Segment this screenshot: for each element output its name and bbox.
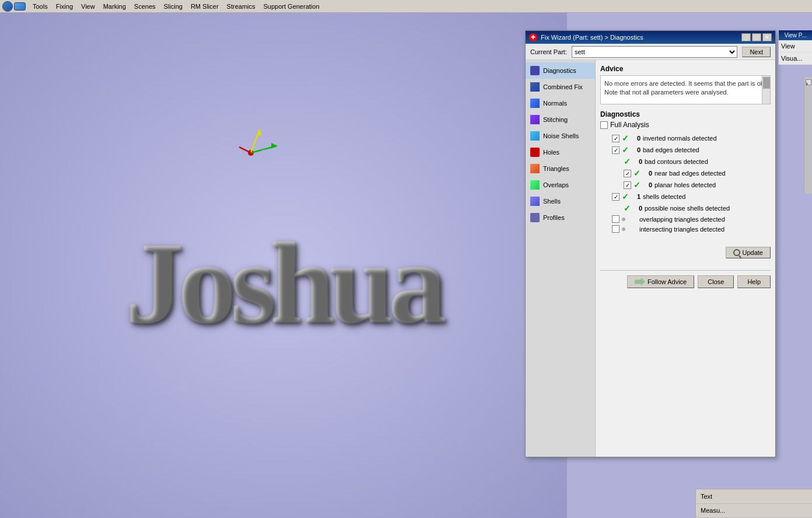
status-text[interactable]: Text: [696, 489, 812, 504]
sidebar-label-triangles: Triangles: [543, 165, 569, 172]
fix-wizard-icon: ✚: [529, 33, 537, 41]
count-planar-holes: 0: [643, 181, 652, 188]
fix-wizard-titlebar: ✚ Fix Wizard (Part: sett) > Diagnostics …: [526, 31, 775, 44]
status-measure[interactable]: Measu...: [696, 504, 812, 519]
menu-rm-slicer[interactable]: RM Slicer: [187, 1, 222, 12]
combined-icon: [530, 82, 540, 92]
dot-overlapping: [622, 218, 625, 221]
viewport: Joshua ✚ Fix Wizard (Part: sett) > Diagn…: [0, 13, 812, 518]
close-button[interactable]: ✕: [762, 33, 772, 41]
sidebar-label-noise: Noise Shells: [543, 132, 579, 139]
cb-bad-edges[interactable]: [612, 146, 620, 154]
fix-wizard-title: Fix Wizard (Part: sett) > Diagnostics: [541, 34, 740, 41]
count-shells: 1: [631, 193, 640, 200]
label-noise-shells: possible noise shells detected: [645, 205, 730, 212]
full-analysis-checkbox[interactable]: [600, 121, 608, 129]
sidebar-item-diagnostics[interactable]: Diagnostics: [526, 62, 595, 79]
update-label: Update: [743, 249, 763, 256]
minimize-button[interactable]: _: [741, 33, 751, 41]
check-inverted-normals: ✓: [622, 134, 629, 143]
menu-slicing[interactable]: Slicing: [160, 1, 186, 12]
view-panel-item-visual[interactable]: Visua...: [779, 52, 812, 65]
check-bad-edges: ✓: [622, 145, 629, 155]
cb-shells[interactable]: [612, 193, 620, 201]
sidebar-label-holes: Holes: [543, 149, 559, 156]
menu-marking[interactable]: Marking: [100, 1, 130, 12]
sidebar-item-normals[interactable]: Normals: [526, 95, 595, 111]
sidebar-item-holes[interactable]: Holes: [526, 144, 595, 160]
view-panel-title: View P...: [779, 30, 812, 40]
scroll-arrow: ›: [806, 79, 811, 85]
menu-tools[interactable]: Tools: [29, 1, 51, 12]
normals-icon: [530, 99, 540, 108]
sidebar-label-diagnostics: Diagnostics: [543, 67, 576, 74]
diagnostics-icon: [530, 66, 540, 75]
sidebar-item-profiles[interactable]: Profiles: [526, 209, 595, 226]
status-bar: Text Measu...: [695, 489, 812, 518]
diag-row-noise-shells: ✓ 0 possible noise shells detected: [600, 202, 771, 214]
sidebar-item-shells[interactable]: Shells: [526, 193, 595, 209]
sidebar-label-normals: Normals: [543, 100, 567, 107]
close-button-footer[interactable]: Close: [698, 275, 734, 288]
toolbar: Tools Fixing View Marking Scenes Slicing…: [0, 0, 812, 13]
menu-support-gen[interactable]: Support Generation: [260, 1, 323, 12]
sidebar-item-combined[interactable]: Combined Fix: [526, 79, 595, 95]
follow-advice-arrow-icon: [635, 278, 645, 286]
follow-advice-button[interactable]: Follow Advice: [627, 275, 694, 288]
cb-near-bad-edges[interactable]: [624, 170, 631, 177]
help-button[interactable]: Help: [737, 275, 771, 288]
menu-view[interactable]: View: [78, 1, 99, 12]
update-button[interactable]: Update: [726, 247, 771, 258]
count-noise-shells: 0: [633, 205, 642, 212]
joshua-3d-text: Joshua: [126, 216, 441, 350]
follow-advice-label: Follow Advice: [648, 278, 687, 285]
label-shells: shells detected: [643, 193, 685, 200]
toolbar-icons: [2, 1, 26, 12]
check-planar-holes: ✓: [634, 180, 640, 190]
cb-intersecting[interactable]: [612, 225, 620, 233]
sidebar-item-overlaps[interactable]: Overlaps: [526, 177, 595, 193]
sidebar-item-stitching[interactable]: Stitching: [526, 111, 595, 128]
view-panel: View P... View Visua... ›: [778, 30, 812, 65]
side-scroll[interactable]: ›: [804, 77, 812, 194]
label-near-bad-edges: near bad edges detected: [654, 170, 726, 177]
dot-intersecting: [622, 228, 625, 231]
check-noise-shells: ✓: [624, 204, 631, 213]
count-bad-edges: 0: [631, 146, 640, 153]
advice-scrollbar[interactable]: [762, 76, 770, 104]
diag-row-bad-edges: ✓ 0 bad edges detected: [600, 144, 771, 156]
scrollbar-thumb: [763, 77, 770, 89]
sidebar-label-overlaps: Overlaps: [543, 181, 569, 188]
restore-button[interactable]: □: [752, 33, 761, 41]
menu-streamics[interactable]: Streamics: [223, 1, 259, 12]
sidebar-label-stitching: Stitching: [543, 116, 568, 123]
sidebar-item-triangles[interactable]: Triangles: [526, 160, 595, 177]
fix-wizard-body: Diagnostics Combined Fix Normals Stitchi…: [526, 60, 775, 457]
full-analysis-row: Full Analysis: [600, 121, 771, 129]
sidebar-label-profiles: Profiles: [543, 214, 565, 221]
menu-fixing[interactable]: Fixing: [52, 1, 76, 12]
stitching-icon: [530, 115, 540, 124]
cb-planar-holes[interactable]: [624, 181, 631, 189]
view-panel-item-view[interactable]: View: [779, 40, 812, 52]
current-part-select[interactable]: sett: [572, 46, 737, 58]
label-overlapping: overlapping triangles detected: [639, 216, 725, 223]
count-inverted-normals: 0: [631, 135, 640, 142]
update-row: Update: [600, 241, 771, 258]
advice-box: No more errors are detected. It seems th…: [600, 75, 771, 104]
cb-inverted-normals[interactable]: [612, 135, 620, 142]
check-shells: ✓: [622, 192, 629, 201]
full-analysis-label: Full Analysis: [610, 121, 649, 129]
svg-rect-6: [262, 150, 271, 156]
shells-icon: [530, 197, 540, 206]
diag-row-inverted-normals: ✓ 0 inverted normals detected: [600, 132, 771, 144]
diag-row-bad-contours: ✓ 0 bad contours detected: [600, 156, 771, 167]
diagnostics-section-title: Diagnostics: [600, 110, 771, 118]
sidebar-item-noise-shells[interactable]: Noise Shells: [526, 128, 595, 144]
toolbar-icon-2: [14, 2, 26, 10]
cb-overlapping[interactable]: [612, 215, 620, 223]
diag-row-near-bad-edges: ✓ 0 near bad edges detected: [600, 167, 771, 179]
next-button[interactable]: Next: [742, 47, 771, 57]
axis-indicator: [233, 118, 286, 170]
menu-scenes[interactable]: Scenes: [131, 1, 159, 12]
